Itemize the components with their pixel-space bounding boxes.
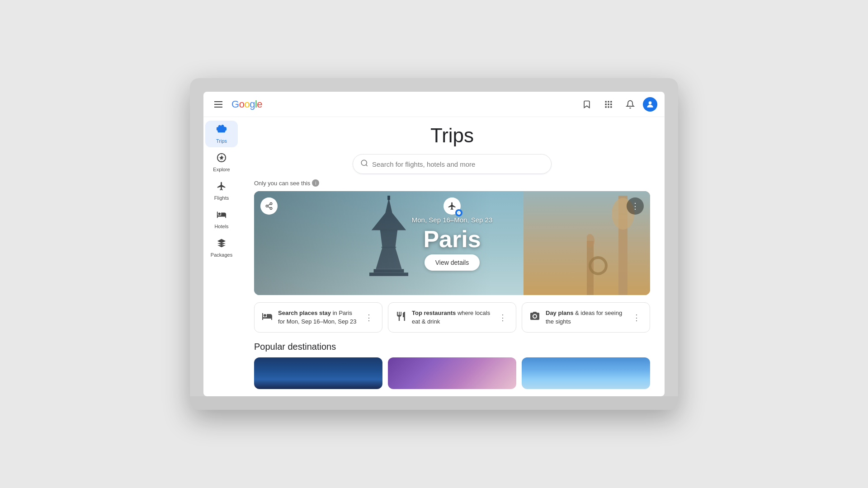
sidebar-flights-label: Flights: [214, 195, 229, 201]
svg-rect-4: [608, 103, 609, 105]
hamburger-menu-button[interactable]: [211, 98, 226, 111]
apps-icon-button[interactable]: [599, 95, 618, 113]
privacy-notice: Only you can see this i: [254, 179, 650, 187]
popular-destinations-title: Popular destinations: [254, 342, 650, 352]
page-title: Trips: [254, 124, 650, 147]
popular-destinations-section: Popular destinations: [254, 342, 650, 389]
sidebar-hotels-label: Hotels: [214, 224, 228, 229]
quick-actions: Search places stay in Paris for Mon, Sep…: [254, 302, 650, 332]
packages-icon: [217, 238, 226, 250]
svg-rect-0: [605, 101, 607, 102]
camera-icon: [529, 311, 540, 324]
day-plans-more-button[interactable]: ⋮: [631, 311, 642, 324]
svg-rect-8: [610, 106, 612, 108]
places-stay-bold: Search places stay: [278, 310, 331, 316]
trip-dates: Mon, Sep 16–Mon, Sep 23: [412, 216, 492, 224]
trip-card-content: Mon, Sep 16–Mon, Sep 23 Paris View detai…: [254, 191, 650, 295]
top-bar-left: Google: [211, 98, 262, 111]
restaurants-card[interactable]: Top restaurants where locals eat & drink…: [388, 302, 516, 332]
svg-point-9: [649, 101, 652, 104]
svg-rect-1: [608, 101, 609, 102]
sidebar-explore-label: Explore: [213, 167, 230, 172]
sidebar-item-flights[interactable]: Flights: [205, 178, 238, 204]
places-stay-more-button[interactable]: ⋮: [363, 311, 375, 324]
main-layout: Trips Exp: [203, 117, 665, 396]
google-logo: Google: [231, 99, 262, 110]
places-stay-card[interactable]: Search places stay in Paris for Mon, Sep…: [254, 302, 382, 332]
explore-icon: [217, 153, 226, 165]
view-details-button[interactable]: View details: [425, 254, 480, 271]
top-bar-right: [578, 95, 657, 113]
sidebar: Trips Exp: [203, 117, 240, 396]
svg-point-32: [533, 315, 536, 318]
restaurants-text: Top restaurants where locals eat & drink: [412, 309, 491, 325]
laptop-base: [190, 396, 678, 410]
day-plans-bold: Day plans: [546, 310, 573, 316]
destination-card-2[interactable]: [388, 357, 516, 389]
svg-rect-6: [605, 106, 607, 108]
trips-icon: [217, 124, 226, 136]
sidebar-item-explore[interactable]: Explore: [205, 149, 238, 176]
search-bar[interactable]: Search for flights, hotels and more: [353, 154, 552, 174]
svg-rect-7: [608, 106, 609, 108]
svg-rect-5: [610, 103, 612, 105]
bed-icon: [262, 311, 273, 324]
svg-rect-2: [610, 101, 612, 102]
trip-city: Paris: [423, 227, 481, 251]
destinations-grid: [254, 357, 650, 389]
restaurants-bold: Top restaurants: [412, 310, 456, 316]
search-icon: [360, 159, 368, 169]
destination-card-1[interactable]: [254, 357, 382, 389]
trip-card: ⋮ Mon, Sep 16–Mon, Sep 23 Paris View det…: [254, 191, 650, 295]
places-stay-text: Search places stay in Paris for Mon, Sep…: [278, 309, 358, 325]
destination-card-3[interactable]: [522, 357, 650, 389]
search-placeholder: Search for flights, hotels and more: [372, 160, 475, 168]
bookmark-icon-button[interactable]: [578, 95, 596, 113]
day-plans-text: Day plans & ideas for seeing the sights: [546, 309, 625, 325]
svg-point-15: [361, 160, 367, 166]
info-icon[interactable]: i: [312, 179, 319, 187]
sidebar-item-hotels[interactable]: Hotels: [205, 206, 238, 233]
content-area: Trips Search for flights, hotels and mor…: [240, 117, 665, 396]
sidebar-item-trips[interactable]: Trips: [205, 121, 238, 147]
flights-icon: [217, 181, 226, 193]
restaurants-more-button[interactable]: ⋮: [497, 311, 509, 324]
sidebar-item-packages[interactable]: Packages: [205, 235, 238, 261]
hotels-icon: [217, 210, 226, 222]
top-bar: Google: [203, 92, 665, 117]
notifications-icon-button[interactable]: [621, 95, 639, 113]
sidebar-trips-label: Trips: [216, 138, 227, 144]
svg-rect-3: [605, 103, 607, 105]
day-plans-card[interactable]: Day plans & ideas for seeing the sights …: [522, 302, 650, 332]
privacy-text: Only you can see this: [254, 180, 310, 187]
fork-knife-icon: [396, 311, 406, 324]
sidebar-packages-label: Packages: [211, 252, 232, 258]
avatar[interactable]: [643, 97, 657, 112]
